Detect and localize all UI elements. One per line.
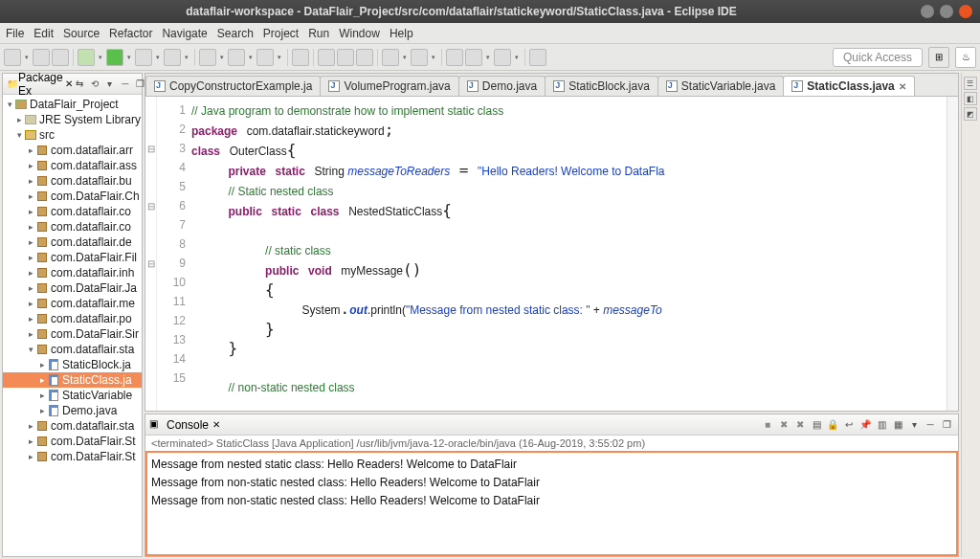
remove-all-icon[interactable]: ✖ xyxy=(792,417,808,433)
java-perspective-icon[interactable]: ♨ xyxy=(955,47,976,68)
menu-source[interactable]: Source xyxy=(63,27,100,40)
outline-icon[interactable]: ◧ xyxy=(964,92,977,105)
quick-access-input[interactable]: Quick Access xyxy=(833,48,923,67)
menu-file[interactable]: File xyxy=(6,27,24,40)
close-icon[interactable] xyxy=(959,5,972,18)
menu-project[interactable]: Project xyxy=(263,27,299,40)
package-node[interactable]: ▸com.DataFlair.Ja xyxy=(3,280,142,296)
package-node[interactable]: ▸com.dataflair.arr xyxy=(3,143,142,158)
editor-tab[interactable]: StaticVariable.java xyxy=(657,76,785,96)
dropdown-icon[interactable]: ▾ xyxy=(276,49,283,66)
package-node[interactable]: ▸com.dataflair.ass xyxy=(3,158,142,173)
view-close-icon[interactable]: ✕ xyxy=(212,419,220,430)
package-node[interactable]: ▸com.dataflair.co xyxy=(3,204,142,219)
code-editor[interactable]: ⊟⊟⊟ 123456789101112131415 // Java progra… xyxy=(145,96,959,412)
console-menu-icon[interactable]: ▾ xyxy=(906,417,922,433)
code-content[interactable]: // Java program to demonstrate how to im… xyxy=(191,97,947,411)
dropdown-icon[interactable]: ▾ xyxy=(484,49,492,66)
dropdown-icon[interactable]: ▾ xyxy=(125,49,133,66)
project-node[interactable]: ▾DataFlair_Project xyxy=(3,97,142,112)
menu-navigate[interactable]: Navigate xyxy=(162,27,207,40)
new-package-icon[interactable] xyxy=(199,49,216,66)
editor-tab[interactable]: CopyConstructorExample.ja xyxy=(145,76,321,96)
save-icon[interactable] xyxy=(33,49,50,66)
remove-launch-icon[interactable]: ✖ xyxy=(776,417,791,433)
minimize-icon[interactable] xyxy=(921,5,934,18)
package-node[interactable]: ▸com.DataFlair.Sir xyxy=(3,326,142,342)
menu-edit[interactable]: Edit xyxy=(33,27,54,40)
open-perspective-icon[interactable]: ⊞ xyxy=(928,47,949,68)
dropdown-icon[interactable]: ▾ xyxy=(97,49,104,66)
dropdown-icon[interactable]: ▾ xyxy=(183,49,190,66)
package-node[interactable]: ▸com.DataFlair.Fil xyxy=(3,250,142,265)
java-file-node[interactable]: ▸StaticBlock.ja xyxy=(3,357,142,372)
markers-icon[interactable]: ◩ xyxy=(964,107,977,121)
package-node[interactable]: ▸com.dataflair.co xyxy=(3,219,142,235)
package-node[interactable]: ▸com.dataflair.inh xyxy=(3,265,142,280)
minimize-view-icon[interactable]: ─ xyxy=(119,78,132,91)
toggle-mark-icon[interactable] xyxy=(318,49,335,66)
debug-icon[interactable] xyxy=(78,49,95,66)
minimize-view-icon[interactable]: ─ xyxy=(923,417,938,433)
package-node[interactable]: ▸com.DataFlair.St xyxy=(3,434,142,449)
dropdown-icon[interactable]: ▾ xyxy=(401,49,409,66)
terminate-relaunch-icon[interactable]: ■ xyxy=(760,417,775,433)
package-node[interactable]: ▸com.DataFlair.Ch xyxy=(3,189,142,204)
last-edit-icon[interactable] xyxy=(446,49,463,66)
maximize-view-icon[interactable]: ❐ xyxy=(939,417,954,433)
word-wrap-icon[interactable]: ↩ xyxy=(841,417,857,433)
pin-editor-icon[interactable] xyxy=(529,49,546,66)
editor-tab[interactable]: VolumeProgram.java xyxy=(320,76,458,96)
package-node[interactable]: ▸com.dataflair.bu xyxy=(3,173,142,189)
link-with-editor-icon[interactable]: ⟲ xyxy=(88,78,101,91)
package-node-open[interactable]: ▾com.dataflair.sta xyxy=(3,342,142,357)
view-menu-icon[interactable]: ▾ xyxy=(103,78,117,91)
java-file-node[interactable]: ▸Demo.java xyxy=(3,403,142,418)
search-icon[interactable] xyxy=(292,49,309,66)
menu-window[interactable]: Window xyxy=(339,27,380,40)
dropdown-icon[interactable]: ▾ xyxy=(430,49,437,66)
pin-console-icon[interactable]: 📌 xyxy=(858,417,873,433)
collapse-all-icon[interactable]: ⇆ xyxy=(73,78,86,91)
view-close-icon[interactable]: ✕ xyxy=(65,78,73,89)
menu-help[interactable]: Help xyxy=(390,27,413,40)
open-console-icon[interactable]: ▦ xyxy=(890,417,905,433)
jre-node[interactable]: ▸JRE System Library xyxy=(3,112,142,127)
new-class-icon[interactable] xyxy=(228,49,245,66)
dropdown-icon[interactable]: ▾ xyxy=(154,49,162,66)
task-list-icon[interactable]: ☰ xyxy=(964,77,977,90)
maximize-icon[interactable] xyxy=(940,5,953,18)
previous-annotation-icon[interactable] xyxy=(382,49,399,66)
scroll-lock-icon[interactable]: 🔒 xyxy=(825,417,840,433)
package-node[interactable]: ▸com.dataflair.po xyxy=(3,311,142,326)
new-icon[interactable] xyxy=(4,49,21,66)
dropdown-icon[interactable]: ▾ xyxy=(23,49,31,66)
java-file-node-selected[interactable]: ▸StaticClass.ja xyxy=(3,372,142,388)
back-icon[interactable] xyxy=(465,49,482,66)
package-node[interactable]: ▸com.dataflair.sta xyxy=(3,418,142,434)
toggle-block-icon[interactable] xyxy=(337,49,354,66)
console-output[interactable]: Message from nested static class: Hello … xyxy=(145,451,958,556)
forward-icon[interactable] xyxy=(494,49,511,66)
close-tab-icon[interactable]: ✕ xyxy=(899,81,906,92)
clear-console-icon[interactable]: ▤ xyxy=(809,417,824,433)
package-node[interactable]: ▸com.dataflair.me xyxy=(3,296,142,311)
menu-search[interactable]: Search xyxy=(217,27,254,40)
external-tools-icon[interactable] xyxy=(164,49,181,66)
overview-ruler[interactable] xyxy=(947,97,958,411)
folding-ruler[interactable]: ⊟⊟⊟ xyxy=(145,97,157,411)
package-node[interactable]: ▸com.dataflair.de xyxy=(3,235,142,250)
dropdown-icon[interactable]: ▾ xyxy=(218,49,226,66)
editor-tab-active[interactable]: StaticClass.java✕ xyxy=(783,76,914,96)
toggle-whitespace-icon[interactable] xyxy=(356,49,373,66)
run-icon[interactable] xyxy=(106,49,123,66)
editor-tab[interactable]: StaticBlock.java xyxy=(545,76,658,96)
menu-refactor[interactable]: Refactor xyxy=(109,27,152,40)
open-type-icon[interactable] xyxy=(256,49,274,66)
coverage-icon[interactable] xyxy=(135,49,152,66)
display-console-icon[interactable]: ▥ xyxy=(874,417,889,433)
dropdown-icon[interactable]: ▾ xyxy=(513,49,521,66)
save-all-icon[interactable] xyxy=(52,49,69,66)
package-tree[interactable]: ▾DataFlair_Project ▸JRE System Library ▾… xyxy=(3,95,142,556)
next-annotation-icon[interactable] xyxy=(411,49,428,66)
